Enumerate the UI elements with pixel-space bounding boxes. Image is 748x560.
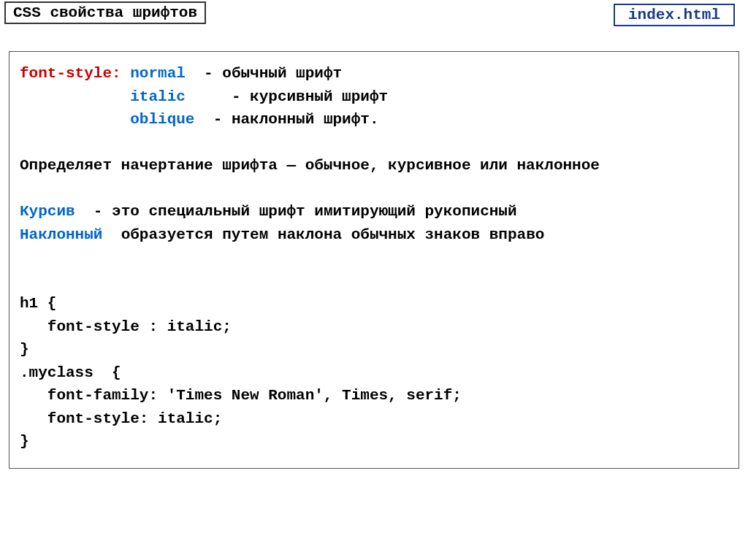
value-desc: - наклонный шрифт. — [213, 111, 379, 128]
slide-title: CSS свойства шрифтов — [4, 1, 206, 24]
code-line: .myclass { — [20, 364, 121, 381]
code-line: h1 { — [20, 295, 56, 312]
content-box: font-style: normal - обычный шрифт itali… — [9, 51, 739, 469]
filename-label: index.html — [614, 4, 735, 26]
code-line: font-style: italic; — [20, 410, 222, 427]
code-line: } — [20, 433, 29, 450]
summary-line: Определяет начертание шрифта — обычное, … — [20, 157, 600, 174]
css-value-normal: normal — [130, 65, 186, 82]
code-line: font-family: 'Times New Roman', Times, s… — [20, 387, 462, 404]
term-oblique: Наклонный — [20, 226, 102, 243]
term-italic: Курсив — [20, 203, 75, 220]
value-desc: - обычный шрифт — [204, 65, 342, 82]
css-value-oblique: oblique — [130, 111, 194, 128]
term-desc: - это специальный шрифт имитирующий руко… — [94, 203, 517, 220]
css-property: font-style: — [20, 65, 121, 82]
term-desc: образуется путем наклона обычных знаков … — [121, 226, 545, 243]
code-line: font-style : italic; — [20, 318, 232, 335]
css-value-italic: italic — [130, 88, 186, 105]
value-desc: - курсивный шрифт — [232, 88, 388, 105]
code-line: } — [20, 341, 29, 358]
